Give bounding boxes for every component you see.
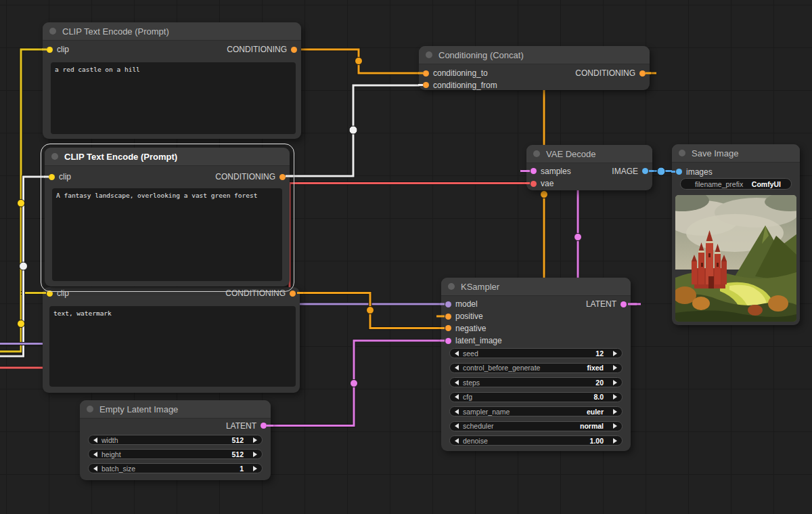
node-titlebar[interactable]: KSampler [441,278,631,296]
widget-height[interactable]: height 512 [88,449,263,459]
input-port-clip[interactable] [49,174,55,180]
input-port-clip[interactable] [47,291,53,297]
collapse-toggle-icon[interactable] [51,153,58,160]
reroute-dot-clip[interactable] [18,200,25,207]
input-port-samples[interactable] [531,168,537,174]
reroute-dot-clip[interactable] [18,320,25,328]
decrement-icon[interactable] [455,351,459,356]
widget-filename-prefix[interactable]: filename_prefix ComfyUI [680,178,792,190]
input-port-clip[interactable] [47,47,53,53]
node-clip-text-encode-2-selected[interactable]: CLIP Text Encode (Prompt) clip CONDITION… [45,148,290,286]
output-port-latent[interactable] [621,301,627,307]
input-label: clip [57,45,69,54]
input-port-conditioning-to[interactable] [423,70,429,77]
output-port-conditioning[interactable] [291,47,297,53]
output-port-conditioning[interactable] [290,291,296,297]
decrement-icon[interactable] [93,452,97,457]
node-empty-latent-image[interactable]: Empty Latent Image LATENT width 512 heig… [80,400,271,480]
input-label: conditioning_from [433,81,497,90]
widget-scheduler[interactable]: scheduler normal [449,421,623,431]
node-titlebar[interactable]: Conditioning (Concat) [419,46,650,64]
reroute-dot-highlight[interactable] [20,262,28,270]
input-port-model[interactable] [445,301,451,307]
widget-label: scheduler [463,422,494,430]
node-titlebar[interactable]: Empty Latent Image [80,400,271,419]
input-port-images[interactable] [676,169,682,175]
increment-icon[interactable] [613,438,617,444]
output-label: LATENT [226,421,256,431]
widget-width[interactable]: width 512 [88,435,263,445]
increment-icon[interactable] [613,423,617,429]
decrement-icon[interactable] [455,409,459,414]
decrement-icon[interactable] [93,466,97,471]
increment-icon[interactable] [613,394,617,400]
input-label: latent_image [455,336,502,345]
link-cond1-to-concat [295,49,426,73]
output-port-conditioning[interactable] [639,70,646,77]
prompt-textarea[interactable]: A fantasy landscape, overlooking a vast … [52,188,282,281]
widget-label: filename_prefix [695,180,743,188]
output-port-image[interactable] [642,168,648,174]
increment-icon[interactable] [613,409,617,414]
collapse-toggle-icon[interactable] [448,283,455,290]
widget-denoise[interactable]: denoise 1.00 [449,435,623,446]
widget-label: seed [463,349,478,358]
decrement-icon[interactable] [455,394,459,400]
decrement-icon[interactable] [455,365,459,370]
reroute-dot-latent[interactable] [351,380,358,387]
increment-icon[interactable] [253,437,257,443]
node-clip-text-encode-1[interactable]: CLIP Text Encode (Prompt) clip CONDITION… [43,22,301,139]
decrement-icon[interactable] [455,380,459,385]
decrement-icon[interactable] [455,438,459,444]
prompt-textarea[interactable]: a red castle on a hill [51,62,296,134]
increment-icon[interactable] [253,452,257,457]
reroute-dot-highlight[interactable] [349,126,357,134]
widget-label: cfg [463,393,472,401]
prompt-textarea[interactable]: text, watermark [49,306,296,387]
decrement-icon[interactable] [455,423,459,429]
widget-control-before-generate[interactable]: control_before_generate fixed [449,363,623,373]
output-port-conditioning[interactable] [279,174,286,180]
widget-steps[interactable]: steps 20 [449,377,623,387]
output-port-latent[interactable] [261,423,267,429]
input-port-conditioning-from[interactable] [423,82,429,88]
node-titlebar[interactable]: CLIP Text Encode (Prompt) [43,22,301,41]
widget-sampler-name[interactable]: sampler_name euler [449,406,623,416]
node-graph-canvas[interactable]: CLIP Text Encode (Prompt) clip CONDITION… [0,0,812,514]
input-port-negative[interactable] [445,325,451,331]
increment-icon[interactable] [613,365,617,370]
collapse-toggle-icon[interactable] [426,51,432,58]
input-port-positive[interactable] [445,314,451,320]
widget-value: 512 [231,436,244,444]
node-save-image[interactable]: Save Image images filename_prefix ComfyU… [672,144,800,325]
reroute-dot-conditioning[interactable] [355,58,363,65]
collapse-toggle-icon[interactable] [533,150,540,157]
decrement-icon[interactable] [93,437,97,443]
increment-icon[interactable] [613,380,617,385]
reroute-dot-image[interactable] [657,167,665,175]
output-label: LATENT [586,299,616,309]
node-ksampler[interactable]: KSampler model LATENT positive negative … [441,278,631,451]
widget-batch-size[interactable]: batch_size 1 [88,463,263,473]
node-vae-decode[interactable]: VAE Decode samples IMAGE vae [526,145,652,190]
node-clip-text-encode-3[interactable]: clip CONDITIONING text, watermark [43,287,300,393]
node-conditioning-concat[interactable]: Conditioning (Concat) conditioning_to CO… [419,46,650,90]
increment-icon[interactable] [613,351,617,356]
node-titlebar[interactable]: Save Image [672,144,800,163]
collapse-toggle-icon[interactable] [87,406,93,412]
collapse-toggle-icon[interactable] [679,150,685,156]
reroute-dot-latent[interactable] [574,234,582,241]
node-titlebar[interactable]: CLIP Text Encode (Prompt) [45,148,290,166]
reroute-dot-conditioning[interactable] [367,307,374,314]
widget-cfg[interactable]: cfg 8.0 [449,392,623,402]
link-cond3-to-negative [294,293,448,328]
input-port-latent-image[interactable] [445,338,451,344]
increment-icon[interactable] [253,466,257,471]
reroute-dot-conditioning[interactable] [541,191,548,198]
widget-label: height [102,450,121,458]
input-label: model [455,299,478,309]
node-titlebar[interactable]: VAE Decode [526,145,652,163]
widget-seed[interactable]: seed 12 [449,348,623,358]
input-port-vae[interactable] [531,181,537,187]
collapse-toggle-icon[interactable] [49,28,56,35]
